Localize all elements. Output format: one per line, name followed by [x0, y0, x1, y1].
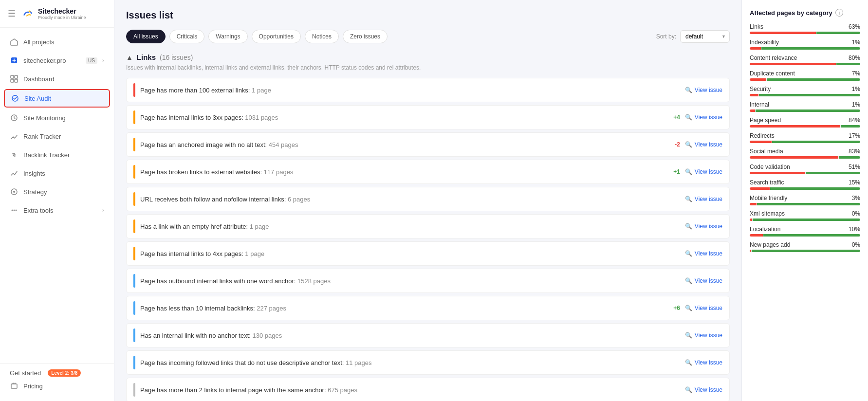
category-progress-bar — [750, 141, 860, 143]
view-issue-btn[interactable]: 🔍 View issue — [685, 168, 722, 175]
svg-point-10 — [13, 191, 15, 193]
strategy-label: Strategy — [23, 188, 104, 196]
filter-tabs: All issues Criticals Warnings Opportunit… — [126, 30, 730, 43]
tab-warnings[interactable]: Warnings — [208, 30, 247, 43]
sidebar-item-strategy[interactable]: Strategy — [0, 182, 114, 201]
progress-green — [836, 63, 860, 65]
progress-red — [750, 63, 836, 65]
pricing-item[interactable]: Pricing — [10, 377, 104, 395]
sidebar-item-rank-tracker[interactable]: Rank Tracker — [0, 127, 114, 146]
sidebar-item-all-projects[interactable]: All projects — [0, 33, 114, 51]
svg-rect-5 — [11, 79, 14, 82]
severity-indicator — [133, 138, 135, 151]
view-issue-btn[interactable]: 🔍 View issue — [685, 332, 722, 339]
svg-rect-0 — [20, 7, 34, 20]
severity-indicator — [133, 165, 135, 179]
category-pct: 0% — [852, 210, 860, 217]
progress-red — [750, 109, 755, 112]
strategy-icon — [10, 187, 18, 196]
search-icon: 🔍 — [685, 277, 692, 284]
info-icon[interactable]: i — [835, 9, 843, 17]
category-row: New pages add 0% — [750, 241, 860, 252]
issue-row: Page has internal links to 4xx pages: 1 … — [126, 241, 730, 266]
tab-all-issues[interactable]: All issues — [126, 30, 166, 43]
category-name: Duplicate content — [750, 70, 795, 77]
issue-delta: +4 — [665, 114, 680, 121]
categories-list: Links 63% Indexability 1% Content releva… — [750, 23, 860, 252]
category-name: Indexability — [750, 39, 779, 46]
view-issue-btn[interactable]: 🔍 View issue — [685, 305, 722, 311]
pricing-icon — [10, 382, 18, 390]
view-issue-btn[interactable]: 🔍 View issue — [685, 196, 722, 202]
svg-point-1 — [29, 10, 31, 12]
search-icon: 🔍 — [685, 359, 692, 366]
issue-text: Page has internal links to 3xx pages: 10… — [140, 114, 661, 121]
view-issue-btn[interactable]: 🔍 View issue — [685, 114, 722, 121]
view-issue-btn[interactable]: 🔍 View issue — [685, 277, 722, 284]
right-panel: Affected pages by category i Links 63% I… — [741, 0, 868, 401]
view-issue-btn[interactable]: 🔍 View issue — [685, 359, 722, 366]
sort-select[interactable]: default ascending descending — [680, 30, 730, 43]
sidebar-item-site-audit[interactable]: Site Audit — [4, 89, 110, 108]
svg-point-13 — [16, 210, 17, 211]
search-icon: 🔍 — [685, 168, 692, 175]
view-issue-btn[interactable]: 🔍 View issue — [685, 250, 722, 257]
category-row: Duplicate content 7% — [750, 70, 860, 81]
category-row: Xml sitemaps 0% — [750, 210, 860, 221]
sidebar-item-insights[interactable]: Insights — [0, 164, 114, 182]
progress-red — [750, 32, 816, 34]
sidebar-item-sitechecker[interactable]: sitechecker.pro US › — [0, 51, 114, 70]
links-section-desc: Issues with internal backlinks, internal… — [126, 64, 730, 71]
get-started-item[interactable]: Get started Level 2: 3/8 — [10, 369, 104, 377]
tab-criticals[interactable]: Criticals — [169, 30, 205, 43]
svg-point-12 — [12, 210, 13, 211]
severity-indicator — [133, 328, 135, 342]
category-pct: 10% — [849, 226, 860, 233]
panel-title-text: Affected pages by category — [750, 9, 832, 17]
logo-icon — [20, 7, 34, 20]
site-audit-label: Site Audit — [24, 95, 103, 102]
section-toggle[interactable]: ▲ — [126, 54, 133, 61]
view-issue-btn[interactable]: 🔍 View issue — [685, 87, 722, 93]
progress-green — [756, 109, 860, 112]
view-issue-btn[interactable]: 🔍 View issue — [685, 386, 722, 393]
category-progress-bar — [750, 234, 860, 237]
monitoring-icon — [10, 113, 18, 122]
tab-zero-issues[interactable]: Zero issues — [343, 30, 388, 43]
view-issue-btn[interactable]: 🔍 View issue — [685, 223, 722, 230]
main-content: Issues list All issues Criticals Warning… — [114, 0, 741, 401]
sidebar-header: ☰ Sitechecker Proudly made in Ukraine — [0, 0, 114, 28]
sidebar-item-dashboard[interactable]: Dashboard — [0, 70, 114, 88]
menu-icon[interactable]: ☰ — [8, 8, 16, 19]
category-name: Mobile friendly — [750, 195, 787, 201]
tab-notices[interactable]: Notices — [305, 30, 339, 43]
category-pct: 15% — [849, 179, 860, 186]
category-name: Search traffic — [750, 179, 784, 186]
view-issue-label: View issue — [695, 359, 722, 366]
panel-title: Affected pages by category i — [750, 9, 860, 17]
category-name: Page speed — [750, 117, 781, 124]
links-section-count: (16 issues) — [160, 54, 193, 61]
progress-green — [767, 78, 860, 81]
progress-green — [763, 234, 860, 237]
category-pct: 1% — [852, 39, 860, 46]
issue-row: Page has less than 10 internal backlinks… — [126, 296, 730, 320]
sidebar-item-monitoring[interactable]: Site Monitoring — [0, 109, 114, 127]
issue-text: Page has more than 2 links to internal p… — [140, 386, 661, 394]
sitechecker-arrow: › — [102, 57, 104, 64]
tab-opportunities[interactable]: Opportunities — [252, 30, 301, 43]
category-row: Search traffic 15% — [750, 179, 860, 190]
category-pct: 1% — [852, 86, 860, 92]
severity-indicator — [133, 356, 135, 369]
view-issue-label: View issue — [695, 196, 722, 202]
logo-tagline: Proudly made in Ukraine — [38, 15, 86, 20]
severity-indicator — [133, 110, 135, 124]
site-icon — [10, 56, 18, 65]
view-issue-label: View issue — [695, 141, 722, 148]
view-issue-btn[interactable]: 🔍 View issue — [685, 141, 722, 148]
search-icon: 🔍 — [685, 114, 692, 121]
category-pct: 80% — [849, 55, 860, 61]
progress-green — [759, 94, 860, 96]
sidebar-item-backlink-tracker[interactable]: Backlink Tracker — [0, 146, 114, 164]
sidebar-item-extra-tools[interactable]: Extra tools › — [0, 201, 114, 219]
